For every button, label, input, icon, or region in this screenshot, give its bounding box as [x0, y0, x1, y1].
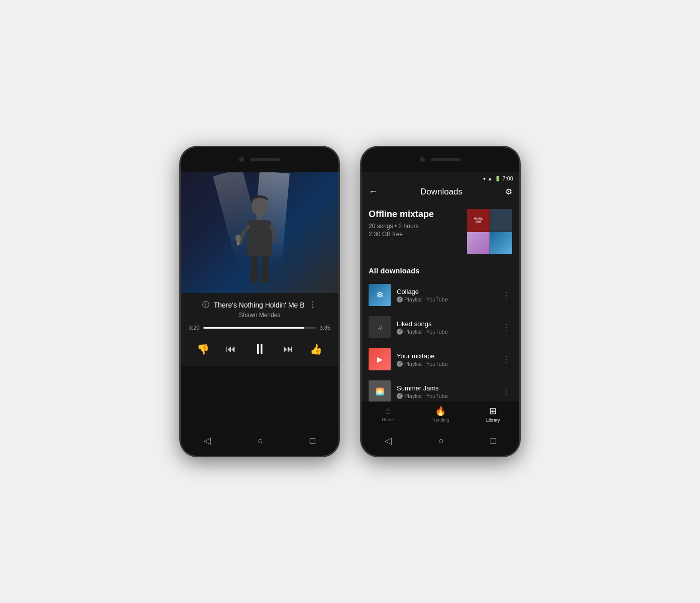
concert-background	[181, 172, 338, 293]
library-nav-icon: ⊞	[489, 406, 497, 417]
thumbs-down-button[interactable]: 👎	[195, 341, 211, 357]
thumbs-up-button[interactable]: 👍	[308, 341, 324, 357]
player-info-panel: ⓘ There's Nothing Holdin' Me B ⋮ Shawn M…	[181, 293, 338, 366]
right-phone: ▾ ▲ 🔋 7:00 ← Downloads ⚙ Offline mixtape…	[360, 146, 521, 457]
progress-bar[interactable]	[203, 327, 315, 329]
collage-cell-1: PEARLJAM	[467, 209, 490, 232]
summer-thumb-icon: 🌅	[376, 387, 384, 395]
earpiece-speaker	[250, 158, 280, 161]
mixtape-meta: Playlist · YouTube	[404, 361, 448, 367]
wifi-icon: ▾	[483, 176, 486, 181]
downloaded-check-icon: ✓	[397, 296, 403, 303]
all-downloads-header: All downloads	[362, 262, 519, 279]
more-options-icon[interactable]: ⋮	[309, 300, 317, 310]
android-nav-bar: ◁ ○ □	[181, 426, 338, 456]
collage-cell-2	[490, 209, 513, 232]
home-nav-label: Home	[382, 417, 394, 422]
collage-cell-4	[490, 232, 513, 255]
settings-button[interactable]: ⚙	[505, 187, 512, 196]
mixtape-info: Offline mixtape 20 songs • 2 hours 2.30 …	[369, 209, 467, 239]
summer-subtitle: ✓ Playlist · YouTube	[397, 393, 494, 399]
mixtape-thumbnail: ▶	[369, 348, 391, 370]
phone-top-bar-right	[362, 147, 519, 172]
recents-button-right[interactable]: □	[491, 436, 496, 446]
mixtape-songs-count: 20 songs • 2 hours	[369, 223, 467, 230]
offline-mixtape-section[interactable]: Offline mixtape 20 songs • 2 hours 2.30 …	[362, 201, 519, 262]
artist-name: Shawn Mendes	[189, 312, 330, 319]
time-total: 3:35	[320, 325, 330, 331]
front-camera-right	[420, 157, 425, 162]
mixtape-item-subtitle: ✓ Playlist · YouTube	[397, 361, 494, 367]
home-nav-icon: ⌂	[385, 406, 391, 416]
download-item-mixtape[interactable]: ▶ Your mixtape ✓ Playlist · YouTube ⋮	[362, 343, 519, 375]
collage-label-1: PEARLJAM	[474, 217, 483, 223]
time-current: 3:20	[189, 325, 199, 331]
summer-info: Summer Jams ✓ Playlist · YouTube	[397, 384, 494, 399]
summer-meta: Playlist · YouTube	[404, 393, 448, 399]
progress-fill	[203, 327, 304, 329]
previous-button[interactable]: ⏮	[224, 341, 238, 357]
pause-button[interactable]: ⏸	[251, 339, 269, 359]
nav-library[interactable]: ⊞ Library	[466, 405, 519, 424]
recents-button[interactable]: □	[310, 436, 315, 446]
bottom-navigation: ⌂ Home 🔥 Trending ⊞ Library	[362, 401, 519, 426]
liked-thumbnail: ♫	[369, 316, 391, 338]
download-item-liked[interactable]: ♫ Liked songs ✓ Playlist · YouTube ⋮	[362, 311, 519, 343]
nav-home[interactable]: ⌂ Home	[362, 405, 414, 424]
summer-more-button[interactable]: ⋮	[500, 385, 512, 398]
svg-point-3	[236, 235, 241, 242]
mixtape-item-title: Your mixtape	[397, 352, 494, 360]
mixtape-thumb-icon: ▶	[377, 355, 383, 363]
liked-title: Liked songs	[397, 320, 494, 328]
status-icons: ▾ ▲ 🔋 7:00	[483, 175, 513, 181]
page-title: Downloads	[420, 187, 462, 197]
download-item-summer[interactable]: 🌅 Summer Jams ✓ Playlist · YouTube ⋮	[362, 375, 519, 401]
download-item-collage[interactable]: ❄ Collage ✓ Playlist · YouTube ⋮	[362, 279, 519, 311]
back-arrow-button[interactable]: ←	[369, 186, 378, 197]
time-display: 7:00	[503, 175, 513, 181]
trending-nav-icon: 🔥	[435, 406, 446, 417]
back-button-right[interactable]: ◁	[385, 435, 392, 446]
downloads-header: ← Downloads ⚙	[362, 182, 519, 201]
mixtape-storage: 2.30 GB free	[369, 231, 467, 238]
home-button[interactable]: ○	[258, 436, 263, 446]
title-row: ⓘ There's Nothing Holdin' Me B ⋮	[189, 300, 330, 310]
summer-thumbnail: 🌅	[369, 380, 391, 401]
trending-nav-label: Trending	[431, 418, 449, 423]
left-phone: ⓘ There's Nothing Holdin' Me B ⋮ Shawn M…	[179, 146, 340, 457]
next-button[interactable]: ⏭	[281, 341, 295, 357]
svg-rect-4	[251, 255, 258, 283]
summer-title: Summer Jams	[397, 384, 494, 392]
progress-bar-container: 3:20 3:35	[189, 325, 330, 331]
earpiece-speaker-right	[431, 158, 461, 161]
collage-thumbnail: ❄	[369, 284, 391, 306]
android-nav-bar-right: ◁ ○ □	[362, 426, 519, 456]
song-title: There's Nothing Holdin' Me B	[213, 301, 304, 309]
library-nav-label: Library	[486, 418, 500, 423]
playback-controls: 👎 ⏮ ⏸ ⏭ 👍	[189, 337, 330, 361]
home-button-right[interactable]: ○	[438, 436, 444, 446]
liked-thumb-icon: ♫	[377, 323, 383, 331]
player-video-area	[181, 172, 338, 293]
liked-info: Liked songs ✓ Playlist · YouTube	[397, 320, 494, 335]
info-icon[interactable]: ⓘ	[202, 300, 209, 310]
liked-subtitle: ✓ Playlist · YouTube	[397, 329, 494, 335]
liked-more-button[interactable]: ⋮	[500, 321, 512, 334]
mixtape-collage: PEARLJAM	[467, 209, 512, 254]
collage-thumb-icon: ❄	[376, 289, 384, 300]
signal-icon: ▲	[488, 176, 493, 181]
collage-more-button[interactable]: ⋮	[500, 288, 512, 302]
liked-meta: Playlist · YouTube	[404, 329, 448, 335]
collage-meta: Playlist · YouTube	[404, 296, 448, 303]
collage-info: Collage ✓ Playlist · YouTube	[397, 288, 494, 303]
mixtape-check-icon: ✓	[397, 361, 403, 367]
collage-subtitle: ✓ Playlist · YouTube	[397, 296, 494, 303]
mixtape-more-button[interactable]: ⋮	[500, 353, 512, 366]
performer-figure	[229, 192, 290, 293]
nav-trending[interactable]: 🔥 Trending	[414, 405, 467, 424]
back-button[interactable]: ◁	[204, 435, 211, 446]
downloads-content: Offline mixtape 20 songs • 2 hours 2.30 …	[362, 201, 519, 401]
collage-cell-3	[467, 232, 490, 255]
phone-top-bar	[181, 147, 338, 172]
status-bar: ▾ ▲ 🔋 7:00	[362, 172, 519, 182]
